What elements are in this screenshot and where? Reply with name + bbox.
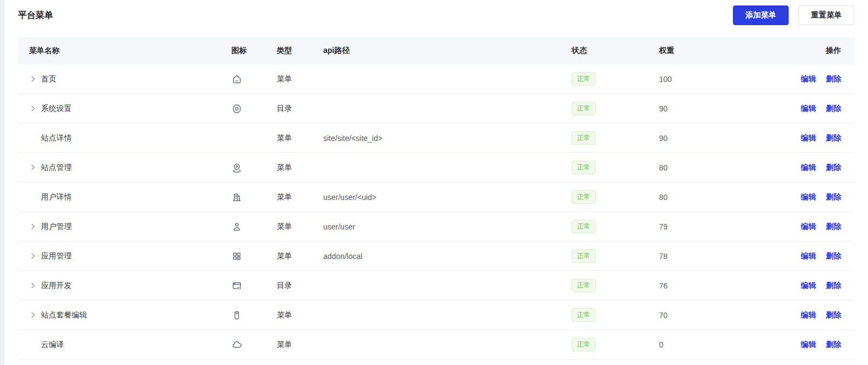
map-location-icon — [231, 162, 277, 173]
edit-link[interactable]: 编辑 — [801, 281, 816, 291]
status-badge: 正常 — [572, 338, 596, 351]
menu-weight: 90 — [659, 104, 792, 113]
menu-weight: 80 — [659, 193, 792, 202]
table-row: 用户详情 菜单 user/user/<uid> 正常 80 编辑 删除 — [18, 182, 854, 212]
menu-name: 云编译 — [41, 340, 64, 350]
menu-type: 目录 — [277, 104, 323, 114]
delete-link[interactable]: 删除 — [826, 281, 841, 291]
menu-weight: 70 — [659, 311, 792, 320]
menu-type: 菜单 — [277, 222, 323, 232]
menu-name: 站点套餐编辑 — [41, 310, 87, 320]
status-badge: 正常 — [572, 220, 596, 233]
menu-name: 应用开发 — [41, 281, 72, 291]
edit-link[interactable]: 编辑 — [801, 222, 816, 232]
menu-weight: 76 — [659, 281, 792, 290]
delete-link[interactable]: 删除 — [826, 340, 841, 350]
menu-type: 目录 — [277, 281, 323, 291]
menu-weight: 79 — [659, 222, 792, 231]
edit-link[interactable]: 编辑 — [801, 163, 816, 173]
menu-name: 系统设置 — [41, 104, 72, 114]
expand-chevron-icon[interactable] — [29, 105, 37, 113]
edit-link[interactable]: 编辑 — [801, 251, 816, 261]
table-row: 用户管理 菜单 user/user 正常 79 编辑 删除 — [18, 212, 854, 242]
delete-link[interactable]: 删除 — [826, 251, 841, 261]
status-badge: 正常 — [572, 161, 596, 174]
add-menu-button[interactable]: 添加菜单 — [733, 5, 789, 25]
edit-link[interactable]: 编辑 — [801, 74, 816, 84]
edit-link[interactable]: 编辑 — [801, 340, 816, 350]
table-row: 站点管理 菜单 正常 80 编辑 删除 — [18, 153, 854, 182]
column-header-type: 类型 — [277, 46, 323, 56]
grid-icon — [231, 251, 277, 262]
menu-api-path: user/user — [323, 222, 572, 231]
expand-chevron-icon[interactable] — [29, 164, 37, 172]
expand-chevron-icon[interactable] — [29, 282, 37, 290]
edit-link[interactable]: 编辑 — [801, 133, 816, 143]
expand-chevron-icon[interactable] — [29, 311, 37, 319]
status-badge: 正常 — [572, 72, 596, 86]
menu-type: 菜单 — [277, 133, 323, 143]
menu-api-path: user/user/<uid> — [323, 193, 572, 202]
edit-link[interactable]: 编辑 — [801, 310, 816, 320]
status-badge: 正常 — [572, 308, 596, 322]
menu-type: 菜单 — [277, 310, 323, 320]
menu-type: 菜单 — [277, 251, 323, 261]
menu-name: 站点管理 — [41, 163, 72, 173]
menu-name: 用户详情 — [41, 192, 72, 202]
menu-type: 菜单 — [277, 163, 323, 173]
delete-link[interactable]: 删除 — [826, 310, 841, 320]
expand-chevron-icon[interactable] — [29, 252, 37, 260]
menu-type: 菜单 — [277, 192, 323, 202]
menu-table-header: 菜单名称 图标 类型 api路径 状态 权重 操作 — [18, 37, 854, 64]
delete-link[interactable]: 删除 — [826, 163, 841, 173]
column-header-api: api路径 — [323, 46, 572, 56]
user-icon — [231, 221, 277, 232]
menu-name: 用户管理 — [41, 222, 72, 232]
column-header-actions: 操作 — [792, 46, 841, 56]
header-actions: 添加菜单 重置菜单 — [733, 5, 854, 25]
menu-weight: 78 — [659, 252, 792, 261]
menu-type: 菜单 — [277, 74, 323, 84]
column-header-status: 状态 — [572, 46, 659, 56]
platform-menu-page: 平台菜单 添加菜单 重置菜单 菜单名称 图标 类型 api路径 状态 权重 操作… — [4, 0, 868, 365]
reset-menu-button[interactable]: 重置菜单 — [799, 5, 854, 25]
delete-link[interactable]: 删除 — [826, 74, 841, 84]
expand-chevron-icon[interactable] — [29, 223, 37, 231]
page-title: 平台菜单 — [18, 10, 53, 21]
status-badge: 正常 — [572, 249, 596, 263]
delete-link[interactable]: 删除 — [826, 222, 841, 232]
table-row: 云编译 菜单 正常 0 编辑 删除 — [18, 330, 854, 360]
edit-link[interactable]: 编辑 — [801, 104, 816, 114]
cloud-icon — [231, 339, 277, 350]
column-header-name: 菜单名称 — [18, 46, 231, 56]
menu-name: 站点详情 — [41, 133, 72, 143]
menu-table-body: 首页 菜单 正常 100 编辑 删除 系统设置 目录 正常 90 — [18, 64, 854, 360]
delete-link[interactable]: 删除 — [826, 104, 841, 114]
table-row: 系统设置 目录 正常 90 编辑 删除 — [18, 94, 854, 123]
delete-link[interactable]: 删除 — [826, 133, 841, 143]
table-row: 首页 菜单 正常 100 编辑 删除 — [18, 64, 854, 94]
status-badge: 正常 — [572, 131, 596, 145]
menu-weight: 90 — [659, 134, 792, 143]
settings-icon — [231, 103, 277, 114]
tag-icon — [231, 310, 277, 321]
menu-name: 首页 — [41, 74, 56, 84]
menu-weight: 0 — [659, 340, 792, 349]
menu-weight: 80 — [659, 163, 792, 172]
column-header-weight: 权重 — [659, 46, 792, 56]
status-badge: 正常 — [572, 279, 596, 292]
status-badge: 正常 — [572, 190, 596, 204]
building-icon — [231, 192, 277, 203]
delete-link[interactable]: 删除 — [826, 192, 841, 202]
menu-weight: 100 — [659, 75, 792, 84]
home-icon — [231, 74, 277, 85]
status-badge: 正常 — [572, 102, 596, 115]
menu-api-path: site/site/<site_id> — [323, 134, 572, 143]
edit-link[interactable]: 编辑 — [801, 192, 816, 202]
menu-api-path: addon/local — [323, 252, 572, 261]
expand-chevron-icon[interactable] — [29, 75, 37, 83]
menu-type: 菜单 — [277, 340, 323, 350]
page-header: 平台菜单 添加菜单 重置菜单 — [18, 0, 854, 31]
menu-name: 应用管理 — [41, 251, 72, 261]
table-row: 应用开发 目录 正常 76 编辑 删除 — [18, 271, 854, 301]
